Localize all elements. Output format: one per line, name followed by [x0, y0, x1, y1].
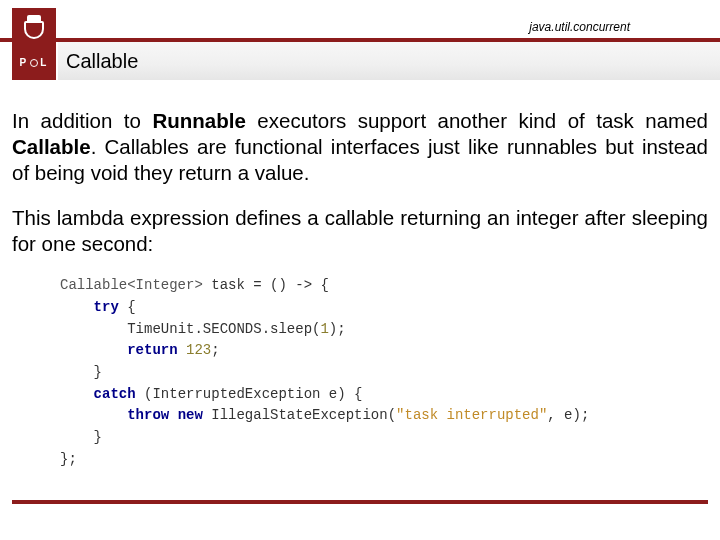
code-number: 1: [320, 321, 328, 337]
code-keyword-try: try: [94, 299, 119, 315]
code-keyword-throw-new: throw new: [127, 407, 203, 423]
code-text: task = () -> {: [203, 277, 329, 293]
code-type: Callable<Integer>: [60, 277, 203, 293]
content-area: In addition to Runnable executors suppor…: [12, 108, 708, 470]
code-line-3: TimeUnit.SECONDS.sleep(1);: [60, 319, 708, 341]
code-text: ;: [211, 342, 219, 358]
code-number: 123: [186, 342, 211, 358]
logo-letters: P L: [20, 57, 49, 68]
paragraph-1: In addition to Runnable executors suppor…: [12, 108, 708, 187]
logo-badge: P L: [12, 8, 56, 80]
p1-bold-callable: Callable: [12, 135, 91, 158]
shield-icon: [24, 21, 44, 39]
code-line-2: try {: [60, 297, 708, 319]
code-block: Callable<Integer> task = () -> { try { T…: [12, 275, 708, 470]
code-line-6: catch (InterruptedException e) {: [60, 384, 708, 406]
code-text: IllegalStateException(: [203, 407, 396, 423]
logo-letter-left: P: [20, 57, 29, 68]
p1-text-c: . Callables are functional interfaces ju…: [12, 135, 708, 184]
code-line-5: }: [60, 362, 708, 384]
code-text: {: [119, 299, 136, 315]
code-text: }: [94, 364, 102, 380]
orb-icon: [30, 59, 38, 67]
p1-bold-runnable: Runnable: [152, 109, 245, 132]
code-text: [178, 342, 186, 358]
code-line-4: return 123;: [60, 340, 708, 362]
logo-letter-right: L: [40, 57, 48, 68]
bottom-divider: [12, 500, 708, 504]
slide-title: Callable: [66, 50, 138, 73]
code-keyword-catch: catch: [94, 386, 136, 402]
code-text: );: [329, 321, 346, 337]
code-string: "task interrupted": [396, 407, 547, 423]
code-line-9: };: [60, 449, 708, 471]
code-keyword-return: return: [127, 342, 177, 358]
p1-text-a: In addition to: [12, 109, 152, 132]
code-text: };: [60, 451, 77, 467]
package-label: java.util.concurrent: [529, 20, 630, 34]
code-text: }: [94, 429, 102, 445]
paragraph-2: This lambda expression defines a callabl…: [12, 205, 708, 257]
title-bar: Callable: [58, 42, 720, 80]
code-line-1: Callable<Integer> task = () -> {: [60, 275, 708, 297]
code-text: , e);: [547, 407, 589, 423]
code-line-7: throw new IllegalStateException("task in…: [60, 405, 708, 427]
p1-text-b: executors support another kind of task n…: [246, 109, 708, 132]
code-line-8: }: [60, 427, 708, 449]
code-text: (InterruptedException e) {: [136, 386, 363, 402]
code-text: TimeUnit.SECONDS.sleep(: [127, 321, 320, 337]
